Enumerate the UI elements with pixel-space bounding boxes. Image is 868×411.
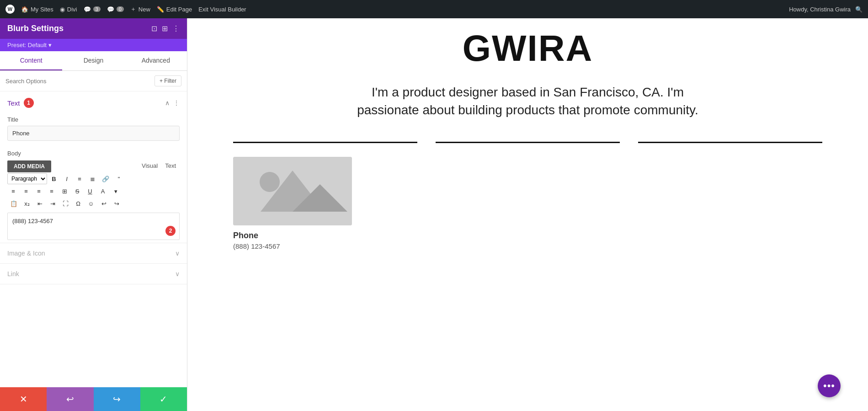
panel-title: Blurb Settings [7, 24, 64, 33]
fab-button[interactable]: ••• [818, 374, 841, 397]
sites-icon: 🏠 [21, 6, 28, 13]
comment-zero: 0 [117, 6, 124, 12]
panel-content: Text 1 ∧ ⋮ Title Bod [0, 91, 187, 387]
text-section-header: Text 1 ∧ ⋮ [0, 91, 187, 114]
undo-button[interactable]: ↩ [47, 387, 93, 411]
blurb-card: Phone (888) 123-4567 [215, 157, 841, 250]
blurb-phone: (888) 123-4567 [233, 242, 822, 250]
italic-btn[interactable]: I [61, 174, 73, 184]
body-badge: 2 [165, 226, 176, 236]
body-content: (888) 123-4567 [12, 218, 53, 224]
split-icon[interactable]: ⊞ [162, 24, 168, 33]
preview-area: GWIRA I'm a product designer based in Sa… [187, 18, 868, 259]
tab-design[interactable]: Design [62, 51, 124, 70]
toolbar-row-2: ≡ ≡ ≡ ≡ ⊞ S U A ▾ [0, 185, 187, 197]
settings-tabs: Content Design Advanced [0, 51, 187, 71]
more-icon[interactable]: ⋮ [172, 24, 180, 33]
editor-top-row: ADD MEDIA Visual Text [0, 159, 187, 172]
underline-btn[interactable]: U [84, 186, 96, 197]
pencil-icon: ✏️ [157, 6, 164, 13]
paste-btn[interactable]: 📋 [7, 198, 20, 209]
text-more-icon[interactable]: ⋮ [173, 99, 180, 107]
indent-btn[interactable]: ⇥ [47, 198, 59, 209]
blurb-settings-panel: Blurb Settings ⊡ ⊞ ⋮ Preset: Default ▾ C… [0, 18, 187, 411]
strikethrough-btn[interactable]: S [71, 186, 83, 197]
cancel-button[interactable]: ✕ [0, 387, 47, 411]
undo-editor-btn[interactable]: ↩ [98, 198, 110, 209]
special-char-btn[interactable]: Ω [72, 198, 84, 209]
blurb-title: Phone [233, 231, 822, 240]
new-menu[interactable]: ＋ New [130, 5, 150, 13]
expand-icon[interactable]: ⊡ [151, 24, 157, 33]
editor-tab-visual[interactable]: Visual [138, 160, 161, 172]
svg-point-1 [260, 172, 280, 192]
editor-tab-text[interactable]: Text [161, 160, 180, 172]
edit-page-btn[interactable]: ✏️ Edit Page [157, 6, 192, 13]
ol-btn[interactable]: ≣ [86, 174, 98, 184]
plus-icon: ＋ [130, 5, 136, 13]
edit-page-label: Edit Page [166, 6, 192, 13]
wp-logo[interactable]: W [5, 5, 15, 14]
search-options-input[interactable] [5, 78, 151, 85]
bold-btn[interactable]: B [48, 174, 60, 184]
divider-2 [436, 142, 620, 143]
blockquote-btn[interactable]: " [113, 174, 125, 184]
divi-menu[interactable]: ◉ Divi [60, 6, 77, 13]
ul-btn[interactable]: ≡ [74, 174, 85, 184]
title-input[interactable] [7, 126, 180, 141]
font-color-btn[interactable]: A [97, 186, 109, 197]
fullscreen-btn[interactable]: ⛶ [59, 198, 71, 209]
filter-label: + Filter [160, 78, 176, 84]
dividers-row [215, 137, 841, 143]
comments-menu[interactable]: 💬 3 [84, 6, 101, 13]
site-title: GWIRA [215, 27, 841, 69]
preset-row: Preset: Default ▾ [0, 39, 187, 51]
panel-header-actions: ⊡ ⊞ ⋮ [151, 24, 180, 33]
search-bar: + Filter [0, 71, 187, 91]
save-button[interactable]: ✓ [140, 387, 187, 411]
divider-1 [233, 142, 417, 143]
align-right-btn[interactable]: ≡ [33, 186, 45, 197]
preset-label[interactable]: Preset: Default ▾ [7, 42, 52, 48]
title-label: Title [7, 116, 180, 123]
add-media-button[interactable]: ADD MEDIA [7, 160, 51, 172]
tab-advanced[interactable]: Advanced [125, 51, 187, 70]
toolbar-row-3: 📋 x₂ ⇤ ⇥ ⛶ Ω ☺ ↩ ↪ [0, 197, 187, 210]
howdy-text: Howdy, Christina Gwira [789, 6, 851, 13]
filter-button[interactable]: + Filter [154, 75, 181, 86]
exit-visual-builder-btn[interactable]: Exit Visual Builder [198, 6, 246, 13]
search-btn[interactable]: 🔍 [855, 6, 863, 13]
fab-icon: ••• [823, 380, 835, 392]
align-center-btn[interactable]: ≡ [20, 186, 32, 197]
my-sites-menu[interactable]: 🏠 My Sites [21, 6, 53, 13]
image-icon-section[interactable]: Image & Icon ∨ [0, 243, 187, 264]
redo-editor-btn[interactable]: ↪ [111, 198, 122, 209]
exit-vb-label: Exit Visual Builder [198, 6, 246, 13]
align-justify-btn[interactable]: ≡ [46, 186, 58, 197]
divi-icon: ◉ [60, 6, 65, 13]
more-toolbar-btn[interactable]: ▾ [110, 186, 122, 197]
preview-bio: I'm a product designer based in San Fran… [345, 83, 711, 119]
emoji-btn[interactable]: ☺ [85, 198, 97, 209]
collapse-text-icon[interactable]: ∧ [165, 99, 170, 107]
link-chevron-icon: ∨ [175, 270, 180, 278]
preview-panel: GWIRA I'm a product designer based in Sa… [187, 18, 868, 411]
paragraph-select[interactable]: Paragraph [7, 173, 47, 184]
tab-content[interactable]: Content [0, 51, 62, 70]
comment-count: 3 [93, 6, 101, 12]
link-section-title: Link [7, 270, 19, 278]
link-btn[interactable]: 🔗 [99, 174, 112, 184]
my-sites-label: My Sites [31, 6, 53, 13]
title-field-group: Title [0, 114, 187, 146]
search-icon: 🔍 [855, 6, 863, 13]
link-section[interactable]: Link ∨ [0, 264, 187, 284]
comment-count-2[interactable]: 💬 0 [107, 6, 124, 13]
outdent-btn[interactable]: ⇤ [34, 198, 46, 209]
comment2-icon: 💬 [107, 6, 114, 13]
table-btn[interactable]: ⊞ [59, 186, 70, 197]
redo-button[interactable]: ↪ [94, 387, 140, 411]
image-section-title: Image & Icon [7, 250, 45, 257]
subscript-btn[interactable]: x₂ [21, 198, 33, 209]
align-left-btn[interactable]: ≡ [7, 186, 19, 197]
body-editor[interactable]: (888) 123-4567 2 [7, 213, 180, 240]
